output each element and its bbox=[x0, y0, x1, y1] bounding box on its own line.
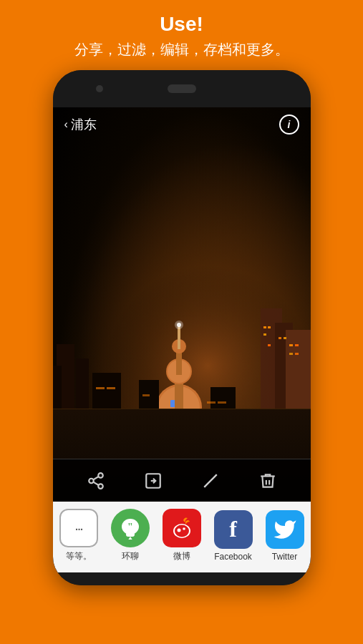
share-button[interactable] bbox=[82, 467, 110, 495]
twitter-icon bbox=[266, 510, 304, 549]
svg-point-63 bbox=[177, 529, 180, 532]
app-item-twitter[interactable]: Twitter bbox=[266, 510, 304, 562]
svg-line-49 bbox=[93, 482, 98, 484]
back-button[interactable]: ‹ 浦东 bbox=[64, 116, 97, 133]
page-title: Use! bbox=[160, 13, 203, 36]
app-label-facebook: Facebook bbox=[214, 552, 252, 562]
svg-rect-13 bbox=[289, 344, 293, 346]
app-label-weibo: 微博 bbox=[173, 550, 190, 562]
svg-rect-12 bbox=[284, 337, 286, 339]
svg-point-35 bbox=[175, 321, 183, 329]
svg-line-54 bbox=[204, 484, 207, 487]
phone-speaker bbox=[168, 84, 196, 93]
app-label-more: 等等。 bbox=[66, 550, 92, 562]
twitter-bird-svg bbox=[273, 517, 297, 542]
more-dots: ··· bbox=[74, 520, 82, 537]
svg-point-47 bbox=[89, 478, 94, 483]
svg-point-62 bbox=[175, 525, 189, 537]
info-button[interactable]: i bbox=[279, 114, 299, 135]
svg-rect-10 bbox=[268, 344, 271, 346]
svg-rect-8 bbox=[268, 326, 271, 328]
svg-rect-40 bbox=[142, 394, 150, 396]
hangouts-svg: " bbox=[119, 517, 142, 540]
app-item-more[interactable]: ··· 等等。 bbox=[59, 509, 98, 562]
nav-header: ‹ 浦东 i bbox=[53, 107, 311, 142]
svg-rect-15 bbox=[289, 353, 293, 355]
import-button[interactable] bbox=[139, 467, 168, 495]
huanping-icon: " bbox=[111, 509, 150, 547]
delete-button[interactable] bbox=[253, 467, 282, 495]
weibo-svg bbox=[168, 514, 195, 542]
svg-rect-33 bbox=[178, 326, 180, 349]
bottom-toolbar bbox=[53, 459, 311, 502]
more-icon: ··· bbox=[59, 509, 98, 547]
svg-rect-7 bbox=[263, 326, 266, 328]
info-icon: i bbox=[288, 119, 291, 130]
phone-camera bbox=[96, 85, 103, 92]
svg-text:": " bbox=[127, 522, 133, 532]
phone-mockup: ‹ 浦东 i bbox=[53, 70, 311, 585]
top-header: Use! 分享，过滤，编辑，存档和更多。 bbox=[0, 0, 363, 70]
svg-line-50 bbox=[93, 477, 98, 479]
svg-rect-9 bbox=[263, 333, 266, 336]
app-label-twitter: Twitter bbox=[272, 552, 297, 562]
svg-point-46 bbox=[98, 473, 103, 478]
app-item-huanping[interactable]: " 环聊 bbox=[111, 509, 150, 562]
phone-top-bar bbox=[53, 70, 311, 107]
svg-point-64 bbox=[183, 527, 185, 530]
chevron-left-icon: ‹ bbox=[64, 118, 68, 131]
page-subtitle: 分享，过滤，编辑，存档和更多。 bbox=[74, 40, 289, 59]
svg-rect-18 bbox=[96, 387, 105, 389]
nav-title: 浦东 bbox=[71, 116, 97, 133]
svg-point-48 bbox=[98, 484, 103, 489]
svg-rect-11 bbox=[279, 337, 281, 339]
svg-rect-19 bbox=[107, 387, 115, 389]
svg-line-55 bbox=[213, 474, 216, 477]
svg-rect-39 bbox=[218, 401, 226, 404]
svg-rect-16 bbox=[295, 353, 299, 355]
svg-rect-14 bbox=[295, 344, 299, 346]
app-item-facebook[interactable]: f Facebook bbox=[214, 510, 253, 562]
share-apps-row: ··· 等等。 " 环聊 bbox=[53, 502, 311, 572]
phone-screen: ‹ 浦东 i bbox=[53, 107, 311, 572]
app-item-weibo[interactable]: 微博 bbox=[163, 509, 201, 562]
weibo-icon bbox=[163, 509, 201, 547]
app-label-huanping: 环聊 bbox=[122, 550, 139, 562]
phone-bottom-bar bbox=[53, 572, 311, 585]
svg-marker-59 bbox=[127, 537, 133, 540]
facebook-icon: f bbox=[214, 510, 253, 549]
city-photo: ‹ 浦东 i bbox=[53, 107, 311, 502]
svg-rect-58 bbox=[126, 532, 135, 537]
edit-button[interactable] bbox=[196, 467, 225, 495]
svg-line-56 bbox=[207, 477, 213, 484]
svg-rect-38 bbox=[207, 401, 216, 404]
